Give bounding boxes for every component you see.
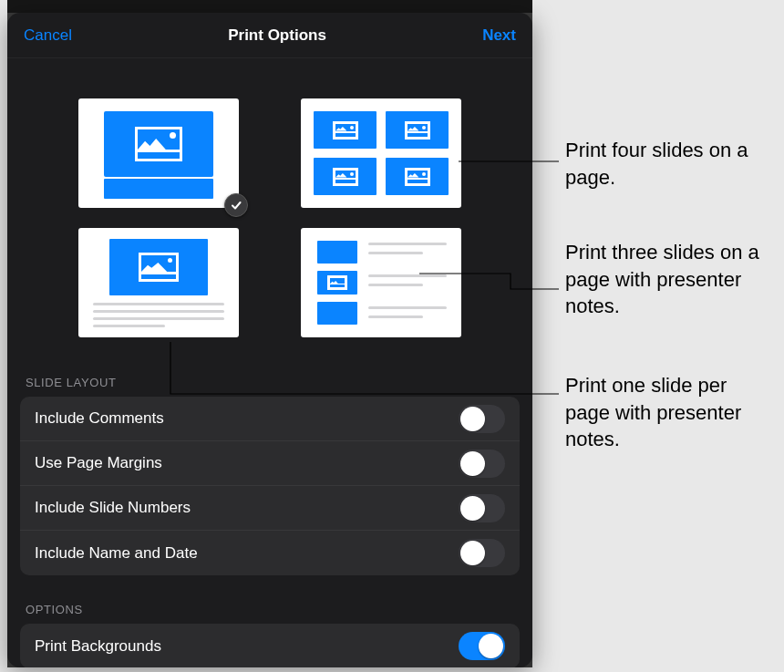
callout-three-notes: Print three slides on a page with presen… bbox=[565, 239, 784, 320]
callout-four-up: Print four slides on a page. bbox=[565, 137, 766, 191]
callout-one-notes: Print one slide per page with presenter … bbox=[565, 372, 775, 453]
